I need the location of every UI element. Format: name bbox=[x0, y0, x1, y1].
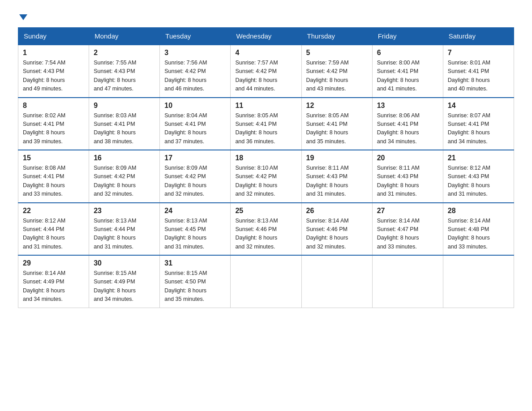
day-number: 2 bbox=[94, 49, 155, 57]
calendar-cell: 9 Sunrise: 8:03 AMSunset: 4:41 PMDayligh… bbox=[89, 98, 160, 150]
day-info: Sunrise: 8:15 AMSunset: 4:50 PMDaylight:… bbox=[164, 269, 226, 304]
day-info: Sunrise: 7:56 AMSunset: 4:42 PMDaylight:… bbox=[164, 59, 226, 94]
calendar-cell: 20 Sunrise: 8:11 AMSunset: 4:43 PMDaylig… bbox=[372, 150, 443, 203]
calendar-cell: 13 Sunrise: 8:06 AMSunset: 4:41 PMDaylig… bbox=[372, 98, 443, 150]
day-number: 3 bbox=[164, 49, 226, 57]
day-number: 24 bbox=[164, 207, 226, 215]
calendar-cell: 16 Sunrise: 8:09 AMSunset: 4:42 PMDaylig… bbox=[89, 150, 160, 203]
day-number: 27 bbox=[377, 207, 438, 215]
calendar-week-row: 1 Sunrise: 7:54 AMSunset: 4:43 PMDayligh… bbox=[18, 45, 514, 98]
day-number: 29 bbox=[23, 259, 84, 267]
day-info: Sunrise: 8:11 AMSunset: 4:43 PMDaylight:… bbox=[377, 164, 438, 199]
calendar-cell: 19 Sunrise: 8:11 AMSunset: 4:43 PMDaylig… bbox=[301, 150, 372, 203]
day-info: Sunrise: 8:05 AMSunset: 4:41 PMDaylight:… bbox=[306, 111, 368, 146]
calendar-cell bbox=[443, 255, 514, 308]
calendar-cell: 5 Sunrise: 7:59 AMSunset: 4:42 PMDayligh… bbox=[301, 45, 372, 98]
day-info: Sunrise: 8:15 AMSunset: 4:49 PMDaylight:… bbox=[94, 269, 155, 304]
calendar-week-row: 15 Sunrise: 8:08 AMSunset: 4:41 PMDaylig… bbox=[18, 150, 514, 203]
calendar-cell bbox=[372, 255, 443, 308]
logo bbox=[18, 13, 27, 18]
day-number: 30 bbox=[94, 259, 155, 267]
day-number: 12 bbox=[306, 102, 368, 110]
day-number: 26 bbox=[306, 207, 368, 215]
day-number: 16 bbox=[94, 154, 155, 162]
day-info: Sunrise: 8:13 AMSunset: 4:44 PMDaylight:… bbox=[94, 217, 155, 252]
calendar-cell: 2 Sunrise: 7:55 AMSunset: 4:43 PMDayligh… bbox=[89, 45, 160, 98]
calendar-cell: 7 Sunrise: 8:01 AMSunset: 4:41 PMDayligh… bbox=[443, 45, 514, 98]
day-of-week-tuesday: Tuesday bbox=[160, 28, 231, 45]
calendar-cell: 29 Sunrise: 8:14 AMSunset: 4:49 PMDaylig… bbox=[18, 255, 89, 308]
day-info: Sunrise: 8:14 AMSunset: 4:48 PMDaylight:… bbox=[448, 217, 509, 252]
day-info: Sunrise: 8:10 AMSunset: 4:42 PMDaylight:… bbox=[235, 164, 296, 199]
calendar-cell: 24 Sunrise: 8:13 AMSunset: 4:45 PMDaylig… bbox=[160, 203, 231, 256]
day-number: 19 bbox=[306, 154, 368, 162]
calendar-cell: 11 Sunrise: 8:05 AMSunset: 4:41 PMDaylig… bbox=[231, 98, 301, 150]
day-info: Sunrise: 8:01 AMSunset: 4:41 PMDaylight:… bbox=[448, 59, 509, 94]
day-of-week-friday: Friday bbox=[372, 28, 443, 45]
day-info: Sunrise: 8:14 AMSunset: 4:46 PMDaylight:… bbox=[306, 217, 368, 252]
day-info: Sunrise: 8:12 AMSunset: 4:43 PMDaylight:… bbox=[448, 164, 509, 199]
calendar-cell: 10 Sunrise: 8:04 AMSunset: 4:41 PMDaylig… bbox=[160, 98, 231, 150]
calendar-cell bbox=[301, 255, 372, 308]
day-number: 8 bbox=[23, 102, 84, 110]
calendar-cell: 27 Sunrise: 8:14 AMSunset: 4:47 PMDaylig… bbox=[372, 203, 443, 256]
day-number: 18 bbox=[235, 154, 296, 162]
day-number: 15 bbox=[23, 154, 84, 162]
day-info: Sunrise: 8:05 AMSunset: 4:41 PMDaylight:… bbox=[235, 111, 296, 146]
logo-triangle-icon bbox=[19, 14, 27, 20]
calendar-header-row: SundayMondayTuesdayWednesdayThursdayFrid… bbox=[18, 28, 514, 45]
day-info: Sunrise: 8:14 AMSunset: 4:47 PMDaylight:… bbox=[377, 217, 438, 252]
day-info: Sunrise: 7:54 AMSunset: 4:43 PMDaylight:… bbox=[23, 59, 84, 94]
day-number: 21 bbox=[448, 154, 509, 162]
day-info: Sunrise: 8:08 AMSunset: 4:41 PMDaylight:… bbox=[23, 164, 84, 199]
day-number: 23 bbox=[94, 207, 155, 215]
calendar-cell: 4 Sunrise: 7:57 AMSunset: 4:42 PMDayligh… bbox=[231, 45, 301, 98]
day-number: 13 bbox=[377, 102, 438, 110]
day-number: 20 bbox=[377, 154, 438, 162]
day-number: 25 bbox=[235, 207, 296, 215]
calendar-cell: 8 Sunrise: 8:02 AMSunset: 4:41 PMDayligh… bbox=[18, 98, 89, 150]
day-info: Sunrise: 7:55 AMSunset: 4:43 PMDaylight:… bbox=[94, 59, 155, 94]
calendar-cell: 31 Sunrise: 8:15 AMSunset: 4:50 PMDaylig… bbox=[160, 255, 231, 308]
calendar-cell: 15 Sunrise: 8:08 AMSunset: 4:41 PMDaylig… bbox=[18, 150, 89, 203]
day-info: Sunrise: 8:09 AMSunset: 4:42 PMDaylight:… bbox=[94, 164, 155, 199]
day-number: 31 bbox=[164, 259, 226, 267]
calendar-cell: 30 Sunrise: 8:15 AMSunset: 4:49 PMDaylig… bbox=[89, 255, 160, 308]
day-info: Sunrise: 8:04 AMSunset: 4:41 PMDaylight:… bbox=[164, 111, 226, 146]
day-number: 28 bbox=[448, 207, 509, 215]
calendar-cell: 26 Sunrise: 8:14 AMSunset: 4:46 PMDaylig… bbox=[301, 203, 372, 256]
day-number: 17 bbox=[164, 154, 226, 162]
day-number: 10 bbox=[164, 102, 226, 110]
day-info: Sunrise: 8:09 AMSunset: 4:42 PMDaylight:… bbox=[164, 164, 226, 199]
calendar-week-row: 22 Sunrise: 8:12 AMSunset: 4:44 PMDaylig… bbox=[18, 203, 514, 256]
calendar-cell: 3 Sunrise: 7:56 AMSunset: 4:42 PMDayligh… bbox=[160, 45, 231, 98]
day-number: 9 bbox=[94, 102, 155, 110]
day-info: Sunrise: 7:59 AMSunset: 4:42 PMDaylight:… bbox=[306, 59, 368, 94]
calendar-cell: 25 Sunrise: 8:13 AMSunset: 4:46 PMDaylig… bbox=[231, 203, 301, 256]
calendar-cell: 28 Sunrise: 8:14 AMSunset: 4:48 PMDaylig… bbox=[443, 203, 514, 256]
calendar-cell: 14 Sunrise: 8:07 AMSunset: 4:41 PMDaylig… bbox=[443, 98, 514, 150]
day-of-week-wednesday: Wednesday bbox=[231, 28, 301, 45]
day-info: Sunrise: 8:12 AMSunset: 4:44 PMDaylight:… bbox=[23, 217, 84, 252]
calendar-cell bbox=[231, 255, 301, 308]
day-of-week-thursday: Thursday bbox=[301, 28, 372, 45]
calendar-week-row: 29 Sunrise: 8:14 AMSunset: 4:49 PMDaylig… bbox=[18, 255, 514, 308]
calendar-cell: 22 Sunrise: 8:12 AMSunset: 4:44 PMDaylig… bbox=[18, 203, 89, 256]
day-number: 4 bbox=[235, 49, 296, 57]
day-number: 14 bbox=[448, 102, 509, 110]
calendar-cell: 17 Sunrise: 8:09 AMSunset: 4:42 PMDaylig… bbox=[160, 150, 231, 203]
day-of-week-monday: Monday bbox=[89, 28, 160, 45]
day-of-week-sunday: Sunday bbox=[18, 28, 89, 45]
day-number: 5 bbox=[306, 49, 368, 57]
day-of-week-saturday: Saturday bbox=[443, 28, 514, 45]
calendar-cell: 23 Sunrise: 8:13 AMSunset: 4:44 PMDaylig… bbox=[89, 203, 160, 256]
day-number: 6 bbox=[377, 49, 438, 57]
day-info: Sunrise: 8:14 AMSunset: 4:49 PMDaylight:… bbox=[23, 269, 84, 304]
page-header bbox=[18, 13, 514, 18]
calendar-cell: 6 Sunrise: 8:00 AMSunset: 4:41 PMDayligh… bbox=[372, 45, 443, 98]
calendar-table: SundayMondayTuesdayWednesdayThursdayFrid… bbox=[18, 27, 514, 308]
day-info: Sunrise: 8:03 AMSunset: 4:41 PMDaylight:… bbox=[94, 111, 155, 146]
day-info: Sunrise: 8:13 AMSunset: 4:46 PMDaylight:… bbox=[235, 217, 296, 252]
day-info: Sunrise: 8:02 AMSunset: 4:41 PMDaylight:… bbox=[23, 111, 84, 146]
day-number: 1 bbox=[23, 49, 84, 57]
